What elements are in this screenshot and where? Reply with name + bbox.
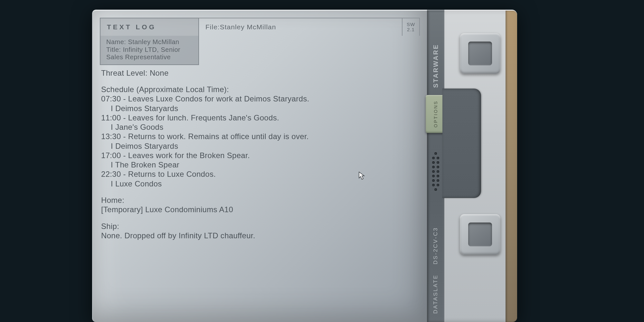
home-heading: Home: bbox=[101, 195, 414, 205]
hardware-side: STARWARE OPTIONS DS-2CV-C3 DATASLATE bbox=[427, 10, 517, 322]
home-value: [Temporary] Luxe Condominiums A10 bbox=[101, 205, 414, 214]
file-name: Stanley McMillan bbox=[220, 23, 276, 31]
tab-text-log-label: TEXT LOG bbox=[107, 23, 156, 31]
file-title-bar: File: Stanley McMillan bbox=[199, 18, 402, 36]
model-number: DS-2CV-C3 bbox=[432, 227, 439, 264]
chassis-cutout bbox=[442, 89, 481, 198]
subject-title-line: Title: Infinity LTD, Senior Sales Repres… bbox=[106, 46, 193, 61]
device-spine: STARWARE OPTIONS DS-2CV-C3 DATASLATE bbox=[427, 10, 444, 322]
ship-section: Ship: None. Dropped off by Infinity LTD … bbox=[101, 222, 414, 241]
sw-label: SW bbox=[407, 22, 415, 27]
hardware-button-top[interactable] bbox=[460, 33, 500, 74]
subject-name-line: Name: Stanley McMillan bbox=[106, 38, 193, 46]
log-body: Threat Level: None Schedule (Approximate… bbox=[93, 65, 427, 240]
schedule-location: I The Broken Spear bbox=[101, 160, 414, 169]
schedule-location: I Deimos Staryards bbox=[101, 104, 414, 113]
schedule-entry: 22:30 - Returns to Luxe Condos. bbox=[101, 169, 414, 179]
options-label: OPTIONS bbox=[433, 100, 438, 128]
screen: TEXT LOG File: Stanley McMillan SW 2.1 N… bbox=[92, 10, 427, 322]
device-chassis bbox=[444, 10, 517, 322]
dataslate-device: TEXT LOG File: Stanley McMillan SW 2.1 N… bbox=[92, 10, 517, 322]
schedule-location: I Luxe Condos bbox=[101, 179, 414, 188]
schedule-location: I Deimos Staryards bbox=[101, 141, 414, 151]
schedule-section: Schedule (Approximate Local Time): 07:30… bbox=[101, 85, 414, 188]
file-prefix: File: bbox=[205, 23, 220, 31]
model-prefix: DATASLATE bbox=[432, 274, 439, 314]
tab-text-log[interactable]: TEXT LOG bbox=[100, 18, 199, 36]
software-version-badge: SW 2.1 bbox=[402, 18, 420, 36]
sw-version: 2.1 bbox=[407, 27, 415, 33]
schedule-location: I Jane's Goods bbox=[101, 122, 414, 132]
threat-level-line: Threat Level: None bbox=[101, 68, 414, 78]
hardware-button-bottom[interactable] bbox=[460, 214, 500, 255]
schedule-entry: 17:00 - Leaves work for the Broken Spear… bbox=[101, 151, 414, 160]
schedule-entry: 13:30 - Returns to work. Remains at offi… bbox=[101, 132, 414, 141]
chassis-edge bbox=[506, 11, 517, 322]
schedule-entry: 07:30 - Leaves Luxe Condos for work at D… bbox=[101, 94, 414, 103]
ship-heading: Ship: bbox=[101, 222, 414, 231]
schedule-heading: Schedule (Approximate Local Time): bbox=[101, 85, 414, 94]
subject-meta-box: Name: Stanley McMillan Title: Infinity L… bbox=[100, 36, 199, 65]
ship-value: None. Dropped off by Infinity LTD chauff… bbox=[101, 231, 414, 240]
brand-label: STARWARE bbox=[432, 44, 440, 88]
header-row: TEXT LOG File: Stanley McMillan SW 2.1 bbox=[100, 18, 420, 36]
speaker-grille bbox=[431, 152, 440, 193]
schedule-entry: 11:00 - Leaves for lunch. Frequents Jane… bbox=[101, 113, 414, 122]
home-section: Home: [Temporary] Luxe Condominiums A10 bbox=[101, 195, 414, 214]
